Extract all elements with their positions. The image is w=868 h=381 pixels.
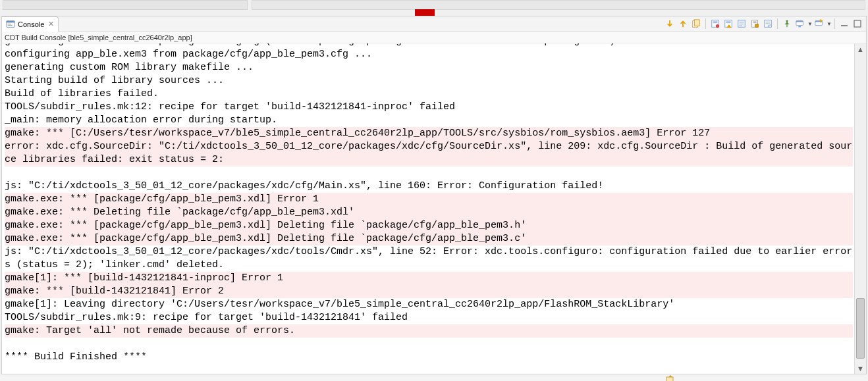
- console-line: gmake.exe: *** [package/cfg/app_ble_pem3…: [5, 193, 853, 206]
- svg-rect-24: [796, 21, 803, 22]
- view-toolbar: ▼ ▼: [664, 16, 863, 31]
- console-line: js: "C:/ti/xdctools_3_50_01_12_core/pack…: [5, 245, 853, 272]
- scroll-down-icon[interactable]: ▼: [855, 363, 866, 374]
- svg-rect-16: [740, 26, 742, 26]
- svg-rect-31: [854, 20, 861, 27]
- error-log-icon: [711, 19, 720, 28]
- console-line: Build of libraries failed.: [5, 88, 853, 101]
- maximize-icon: [854, 20, 861, 28]
- console-line: [5, 166, 853, 180]
- console-line: gmake: *** [C:/Users/tesr/workspace_v7/b…: [5, 127, 853, 140]
- svg-rect-22: [786, 24, 787, 27]
- svg-rect-2: [8, 24, 11, 24]
- console-line: gmake: *** [build-1432121841] Error 2: [5, 285, 853, 298]
- prev-error-button[interactable]: [677, 18, 689, 30]
- console-line: generating custom ROM library makefile .…: [5, 61, 853, 74]
- minimize-icon: [840, 20, 848, 28]
- svg-rect-18: [753, 22, 756, 22]
- display-selected-console-button[interactable]: [794, 18, 806, 30]
- monitor-icon: [796, 19, 805, 28]
- background-pane-2: [252, 0, 865, 10]
- console-icon: [6, 20, 15, 29]
- clear-icon: [737, 19, 746, 28]
- console-line: gmake: Target 'all' not remade because o…: [5, 324, 853, 338]
- svg-rect-11: [726, 22, 731, 22]
- separator-icon: [834, 18, 835, 29]
- scrollbar-vertical[interactable]: ▲ ▼: [854, 43, 866, 374]
- tab-bar: Console ✕: [2, 16, 866, 32]
- console-lines: generating interfaces for package config…: [5, 43, 853, 364]
- svg-rect-7: [713, 22, 718, 22]
- next-error-button[interactable]: [664, 18, 676, 30]
- open-console-button[interactable]: [813, 18, 825, 30]
- console-line: **** Build Finished ****: [5, 351, 853, 364]
- console-line: gmake[1]: *** [build-1432121841-inproc] …: [5, 272, 853, 285]
- svg-rect-12: [726, 22, 731, 23]
- pin-console-button[interactable]: [781, 18, 793, 30]
- svg-rect-30: [841, 25, 848, 26]
- console-line: js: "C:/ti/xdctools_3_50_01_12_core/pack…: [5, 180, 853, 193]
- scroll-thumb[interactable]: [856, 298, 865, 359]
- scroll-lock-icon: [750, 19, 759, 28]
- separator-icon: [777, 18, 778, 29]
- svg-rect-19: [753, 22, 756, 23]
- clear-console-button[interactable]: [736, 18, 747, 30]
- console-line: gmake.exe: *** [package/cfg/app_ble_pem3…: [5, 219, 853, 232]
- scroll-track[interactable]: [855, 55, 866, 363]
- warning-log-icon: [724, 19, 733, 28]
- svg-rect-20: [755, 24, 758, 27]
- show-warning-button[interactable]: [722, 18, 734, 30]
- console-line: [5, 338, 853, 351]
- console-line: configuring app_ble.xem3 from package/cf…: [5, 48, 853, 61]
- editor-top-strip: [0, 0, 868, 16]
- console-line: TOOLS/subdir_rules.mk:12: recipe for tar…: [5, 101, 853, 114]
- svg-rect-5: [694, 20, 699, 26]
- console-output[interactable]: generating interfaces for package config…: [2, 43, 866, 374]
- svg-rect-14: [740, 22, 744, 22]
- console-line: Starting build of library sources ...: [5, 74, 853, 88]
- dropdown-icon[interactable]: ▼: [807, 21, 812, 27]
- background-pane-1: [3, 0, 248, 10]
- svg-point-9: [716, 24, 719, 28]
- console-line: generating interfaces for package config…: [5, 43, 853, 48]
- pin-icon: [782, 19, 792, 28]
- show-error-button[interactable]: [709, 18, 721, 30]
- console-view: Console ✕: [1, 16, 867, 374]
- svg-rect-32: [666, 377, 673, 381]
- new-monitor-icon: [815, 19, 824, 28]
- heap-status-icon: [665, 374, 676, 381]
- svg-rect-25: [798, 26, 801, 28]
- scroll-up-icon[interactable]: ▲: [855, 43, 866, 55]
- svg-rect-8: [713, 22, 718, 23]
- minimize-button[interactable]: [838, 18, 850, 30]
- console-line: _main: memory allocation error during st…: [5, 114, 853, 127]
- arrow-down-icon: [665, 19, 674, 28]
- scroll-lock-button[interactable]: [749, 18, 761, 30]
- console-subheader: CDT Build Console [ble5_simple_central_c…: [2, 32, 866, 43]
- separator-icon: [705, 18, 706, 29]
- copy-log-icon: [692, 19, 701, 28]
- console-line: gmake.exe: *** Deleting file `package/cf…: [5, 206, 853, 219]
- tab-console[interactable]: Console ✕: [2, 16, 59, 32]
- svg-rect-29: [819, 20, 823, 21]
- dropdown-icon[interactable]: ▼: [827, 21, 831, 27]
- arrow-up-icon: [678, 19, 688, 28]
- word-wrap-icon: [763, 19, 773, 28]
- status-bar: [0, 374, 868, 381]
- word-wrap-button[interactable]: [762, 18, 774, 30]
- console-line: TOOLS/subdir_rules.mk:9: recipe for targ…: [5, 311, 853, 324]
- tab-console-label: Console: [18, 20, 44, 28]
- console-line: gmake.exe: *** [package/cfg/app_ble_pem3…: [5, 232, 853, 245]
- console-line: error: xdc.cfg.SourceDir: "C:/ti/xdctool…: [5, 140, 853, 166]
- console-line: gmake[1]: Leaving directory 'C:/Users/te…: [5, 298, 853, 311]
- svg-rect-15: [740, 24, 744, 24]
- svg-rect-3: [8, 24, 13, 25]
- close-icon[interactable]: ✕: [48, 20, 54, 28]
- maximize-button[interactable]: [852, 18, 863, 30]
- problem-marker-icon: [415, 9, 435, 16]
- svg-rect-1: [7, 20, 14, 22]
- copy-build-log-button[interactable]: [690, 18, 702, 30]
